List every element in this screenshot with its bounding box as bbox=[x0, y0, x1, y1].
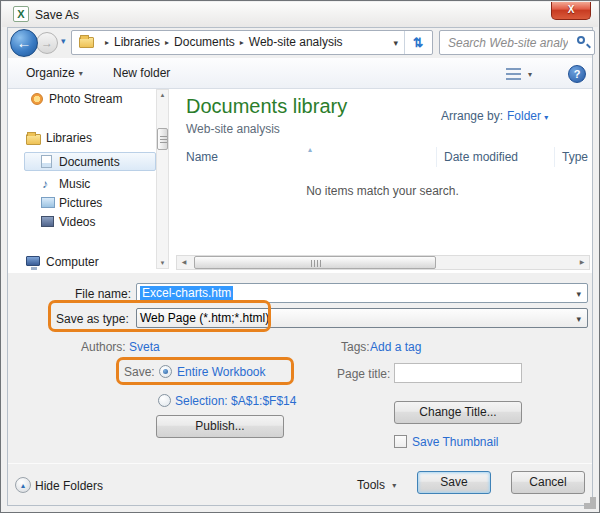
title-bar[interactable]: X Save As X bbox=[2, 2, 598, 27]
close-button[interactable]: X bbox=[551, 2, 591, 20]
list-scrollbar-thumb[interactable] bbox=[194, 256, 436, 269]
views-dropdown-icon[interactable]: ▾ bbox=[528, 70, 532, 79]
folder-icon bbox=[79, 37, 94, 48]
resize-grip[interactable] bbox=[582, 495, 590, 503]
breadcrumb-separator-icon: ▸ bbox=[165, 38, 169, 47]
file-name-combobox[interactable]: Excel-charts.htm ▾ bbox=[136, 283, 588, 303]
chevron-down-icon[interactable]: ▾ bbox=[576, 314, 581, 324]
column-divider[interactable] bbox=[554, 147, 555, 167]
sidebar-item-computer[interactable]: Computer bbox=[46, 255, 99, 269]
scroll-up-icon[interactable]: ▲ bbox=[157, 92, 168, 98]
column-header-date-modified[interactable]: Date modified bbox=[444, 150, 518, 164]
scrollbar-grip bbox=[311, 260, 321, 267]
recent-pages-dropdown-icon[interactable]: ▾ bbox=[61, 36, 66, 46]
search-input[interactable] bbox=[440, 31, 594, 54]
footer-divider bbox=[8, 463, 592, 464]
tags-add-link[interactable]: Add a tag bbox=[370, 340, 421, 354]
refresh-button[interactable]: ⇄ bbox=[404, 31, 432, 54]
column-divider[interactable] bbox=[436, 147, 437, 167]
selection-option[interactable]: Selection: $A$1:$F$14 bbox=[175, 394, 296, 408]
tools-dropdown-icon: ▾ bbox=[392, 481, 396, 490]
pictures-icon bbox=[41, 197, 55, 208]
cancel-button[interactable]: Cancel bbox=[511, 471, 585, 494]
address-bar[interactable]: ▸Libraries▸Documents▸Web-site analysis ▾… bbox=[71, 30, 433, 55]
save-as-type-combobox[interactable]: Web Page (*.htm;*.html) ▾ bbox=[136, 308, 588, 328]
forward-button[interactable]: → bbox=[36, 32, 58, 54]
sidebar-item-pictures[interactable]: Pictures bbox=[59, 196, 102, 210]
refresh-icon: ⇄ bbox=[407, 37, 430, 48]
breadcrumb-separator-icon: ▸ bbox=[105, 38, 109, 47]
search-box[interactable] bbox=[439, 30, 595, 55]
back-button[interactable]: ← bbox=[10, 29, 38, 57]
content-area: Photo Stream Libraries Documents ♪ Music… bbox=[8, 89, 592, 273]
arrange-dropdown-icon: ▾ bbox=[544, 113, 548, 122]
scrollbar-grip bbox=[160, 136, 167, 144]
sidebar-item-documents[interactable]: Documents bbox=[59, 155, 120, 169]
organize-dropdown-icon: ▾ bbox=[79, 69, 83, 78]
excel-icon: X bbox=[13, 6, 29, 22]
column-header-type[interactable]: Type bbox=[562, 150, 588, 164]
photo-stream-icon bbox=[31, 93, 43, 105]
list-horizontal-scrollbar[interactable]: ◀ ▶ bbox=[176, 255, 590, 270]
file-name-label: File name: bbox=[53, 287, 131, 301]
help-button[interactable]: ? bbox=[568, 65, 586, 83]
sidebar-item-videos[interactable]: Videos bbox=[59, 215, 95, 229]
tags-label: Tags: bbox=[341, 340, 370, 354]
computer-icon bbox=[26, 256, 40, 266]
breadcrumb-item-documents[interactable]: Documents bbox=[174, 35, 235, 49]
save-as-type-label: Save as type: bbox=[56, 312, 129, 326]
save-as-dialog: X Save As X ← → ▾ ▸Libraries▸Documents▸W… bbox=[0, 0, 600, 513]
save-as-type-value: Web Page (*.htm;*.html) bbox=[140, 311, 269, 325]
radio-entire-workbook[interactable] bbox=[159, 365, 172, 378]
hide-folders-label[interactable]: Hide Folders bbox=[35, 479, 103, 493]
breadcrumb: ▸Libraries▸Documents▸Web-site analysis bbox=[100, 35, 343, 49]
page-title-input[interactable] bbox=[394, 363, 522, 383]
breadcrumb-separator-icon: ▸ bbox=[240, 38, 244, 47]
page-title-label: Page title: bbox=[337, 367, 390, 381]
views-icon[interactable] bbox=[506, 68, 521, 80]
videos-icon bbox=[41, 216, 54, 227]
file-name-value[interactable]: Excel-charts.htm bbox=[140, 286, 233, 300]
empty-results-message: No items match your search. bbox=[173, 184, 592, 198]
sidebar-item-music[interactable]: Music bbox=[59, 177, 90, 191]
change-title-button[interactable]: Change Title... bbox=[394, 401, 522, 424]
organize-button[interactable]: Organize▾ bbox=[26, 66, 83, 80]
library-subtitle: Web-site analysis bbox=[186, 122, 280, 136]
scroll-down-icon[interactable]: ▼ bbox=[157, 260, 168, 266]
publish-button[interactable]: Publish... bbox=[156, 415, 284, 438]
hide-folders-button[interactable]: ▴ bbox=[15, 477, 31, 493]
save-button[interactable]: Save bbox=[417, 471, 491, 494]
authors-label: Authors: bbox=[81, 340, 126, 354]
command-bar: Organize▾ New folder ▾ ? bbox=[8, 58, 592, 89]
scroll-right-icon[interactable]: ▶ bbox=[575, 256, 589, 269]
sidebar-item-photo-stream[interactable]: Photo Stream bbox=[49, 92, 122, 106]
entire-workbook-option[interactable]: Entire Workbook bbox=[177, 365, 265, 379]
authors-value-link[interactable]: Sveta bbox=[129, 340, 160, 354]
sidebar-item-libraries[interactable]: Libraries bbox=[46, 131, 92, 145]
address-dropdown-icon[interactable]: ▾ bbox=[393, 38, 398, 48]
save-thumbnail-checkbox[interactable] bbox=[394, 435, 407, 448]
arrange-by-label: Arrange by: bbox=[441, 109, 503, 123]
dialog-title: Save As bbox=[35, 8, 79, 22]
breadcrumb-item-libraries[interactable]: Libraries bbox=[114, 35, 160, 49]
sort-ascending-icon: ▴ bbox=[308, 145, 312, 154]
column-header-name[interactable]: Name bbox=[186, 150, 218, 164]
documents-icon bbox=[41, 155, 52, 168]
arrange-by-dropdown[interactable]: Folder ▾ bbox=[507, 109, 548, 123]
chevron-up-icon: ▴ bbox=[21, 481, 25, 490]
breadcrumb-item-web-site-analysis[interactable]: Web-site analysis bbox=[249, 35, 343, 49]
save-thumbnail-label: Save Thumbnail bbox=[412, 435, 499, 449]
chevron-down-icon[interactable]: ▾ bbox=[576, 289, 581, 299]
tools-dropdown[interactable]: Tools ▾ bbox=[357, 478, 396, 492]
search-icon[interactable] bbox=[577, 36, 585, 44]
radio-selection[interactable] bbox=[158, 394, 171, 407]
new-folder-button[interactable]: New folder bbox=[113, 66, 170, 80]
scroll-left-icon[interactable]: ◀ bbox=[177, 256, 191, 269]
libraries-icon bbox=[26, 134, 41, 145]
save-options-label: Save: bbox=[124, 365, 155, 379]
sidebar-scrollbar-thumb[interactable] bbox=[157, 128, 168, 150]
music-icon: ♪ bbox=[42, 178, 48, 190]
library-title: Documents library bbox=[186, 95, 347, 118]
sidebar-scrollbar[interactable]: ▲ ▼ bbox=[156, 89, 169, 269]
